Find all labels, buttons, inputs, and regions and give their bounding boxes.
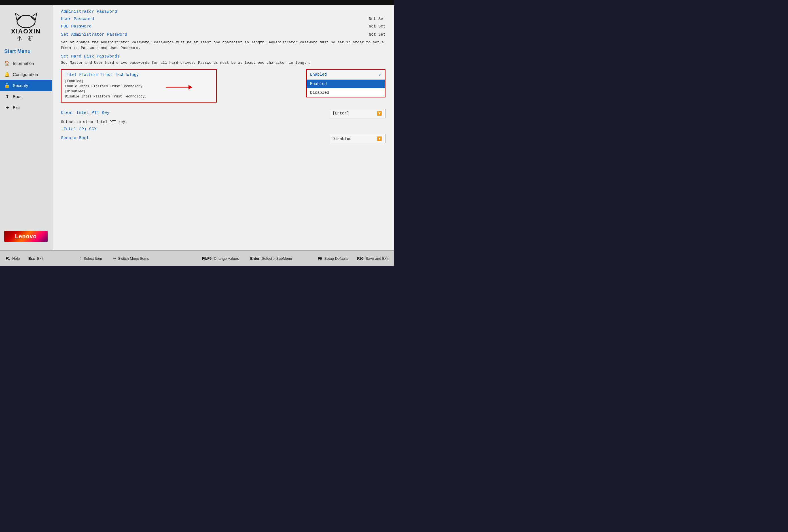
ptt-section: Intel Platform Trust Technology [Enabled… [61,69,386,105]
sidebar-item-boot-label: Boot [13,94,22,99]
leftright-icon: ↔ [113,256,116,261]
lenovo-box: Lenovo [4,231,47,242]
ptt-option-header-label: Enabled [310,72,327,77]
f5f6-key: F5/F6 [202,257,212,261]
dropdown-chevron-icon: ✓ [379,72,381,77]
bottom-f10: F10 Save and Exit [357,257,388,261]
admin-password-link[interactable]: Administrator Password [61,9,117,14]
lenovo-text: Lenovo [15,233,37,239]
select-item-label: Select Item [84,257,102,261]
lock-icon: 🔒 [4,83,10,88]
bottom-select-item: ↕ Select Item [79,256,102,261]
sidebar-item-boot[interactable]: ⬆ Boot [0,91,52,102]
bios-screen: XIAOXIN 小 新 Start Menu 🏠 Information 🔔 C… [0,0,394,266]
ptt-option-disabled[interactable]: Disabled [307,88,385,97]
bottom-bar: F1 Help Esc Exit ↕ Select Item ↔ Switch … [0,250,394,266]
hdd-password-value: Not Set [369,24,386,30]
bottom-f9: F9 Setup Defaults [318,257,348,261]
switch-menu-label: Switch Menu Items [118,257,149,261]
cat-logo-icon [15,11,37,28]
admin-password-row: Administrator Password [61,9,386,15]
f10-key: F10 [357,257,363,261]
bottom-f1: F1 Help [6,257,20,261]
f9-key: F9 [318,257,322,261]
hdd-password-link[interactable]: HDD Password [61,24,92,29]
clear-ptt-link[interactable]: Clear Intel PTT Key [61,110,110,115]
user-password-row: User Password Not Set [61,17,386,23]
hdd-password-row: HDD Password Not Set [61,24,386,30]
f1-label: Help [12,257,20,261]
enter-chevron-icon: 🔽 [377,111,382,116]
set-admin-header-row: Set Administrator Password Not Set [61,32,386,38]
user-password-link[interactable]: User Password [61,17,94,22]
ptt-option-enabled[interactable]: Enabled [307,80,385,88]
bottom-enter: Enter Select > SubMenu [250,257,292,261]
sidebar-item-information[interactable]: 🏠 Information [0,58,52,69]
esc-label: Exit [37,257,43,261]
bell-icon: 🔔 [4,72,10,77]
user-password-value: Not Set [369,17,386,23]
exit-icon: ➜ [4,105,10,110]
main-area: XIAOXIN 小 新 Start Menu 🏠 Information 🔔 C… [0,5,394,250]
secure-boot-chevron-icon: 🔽 [377,136,382,141]
home-icon: 🏠 [4,61,10,66]
sidebar-item-security-label: Security [13,83,28,88]
lenovo-logo: Lenovo [0,227,52,246]
f9-label: Setup Defaults [324,257,348,261]
secure-boot-dropdown[interactable]: Disabled 🔽 [329,134,386,143]
brand-name: XIAOXIN [11,28,41,35]
sidebar-item-exit[interactable]: ➜ Exit [0,102,52,113]
clear-ptt-desc: Select to clear Intel PTT key. [61,119,386,125]
enter-label: Select > SubMenu [262,257,292,261]
ptt-title: Intel Platform Trust Technology [65,73,213,77]
svg-point-2 [17,15,35,28]
sgx-section: +Intel (R) SGX [61,127,386,132]
sidebar: XIAOXIN 小 新 Start Menu 🏠 Information 🔔 C… [0,5,53,250]
sgx-link[interactable]: +Intel (R) SGX [61,127,386,132]
bottom-right: F5/F6 Change Values Enter Select > SubMe… [185,257,309,261]
esc-key: Esc [28,257,35,261]
f5f6-label: Change Values [214,257,239,261]
set-admin-password-link[interactable]: Set Administrator Password [61,32,127,37]
ptt-dropdown-container[interactable]: Enabled ✓ Enabled Disabled [306,69,386,98]
sidebar-item-configuration[interactable]: 🔔 Configuration [0,69,52,80]
enter-key: Enter [250,257,259,261]
content-area: Administrator Password User Password Not… [53,5,394,250]
f1-key: F1 [6,257,10,261]
secure-boot-section: Secure Boot Disabled 🔽 [61,134,386,143]
set-admin-password-value: Not Set [369,32,386,38]
set-admin-desc: Set or change the Administrator Password… [61,40,386,51]
sidebar-item-information-label: Information [13,61,34,66]
ptt-desc: [Enabled] Enable Intel Platform Trust Te… [65,79,213,99]
top-bar [0,0,394,5]
ptt-option-disabled-label: Disabled [310,90,329,95]
sidebar-item-configuration-label: Configuration [13,72,38,77]
set-admin-password-section: Set Administrator Password Not Set Set o… [61,32,386,51]
bottom-f5f6: F5/F6 Change Values [202,257,239,261]
boot-icon: ⬆ [4,94,10,99]
clear-ptt-section: Clear Intel PTT Key [Enter] 🔽 Select to … [61,109,386,125]
bottom-esc: Esc Exit [28,257,43,261]
set-hdd-link[interactable]: Set Hard Disk Passwords [61,54,386,59]
sidebar-item-security[interactable]: 🔒 Security [0,80,52,91]
sidebar-item-exit-label: Exit [13,105,20,110]
set-hdd-desc: Set Master and User hard drive passwords… [61,60,386,66]
ptt-dropdown-header[interactable]: Enabled ✓ [307,70,385,80]
updown-icon: ↕ [79,256,81,261]
ptt-box[interactable]: Intel Platform Trust Technology [Enabled… [61,69,217,103]
logo-area: XIAOXIN 小 新 [0,8,52,46]
f10-label: Save and Exit [366,257,388,261]
clear-ptt-row: Clear Intel PTT Key [Enter] 🔽 [61,109,386,118]
enter-value: [Enter] [333,111,349,116]
enter-dropdown[interactable]: [Enter] 🔽 [329,109,386,118]
bottom-center: ↕ Select Item ↔ Switch Menu Items [52,256,176,261]
secure-boot-link[interactable]: Secure Boot [61,136,89,141]
brand-chinese: 小 新 [17,35,35,42]
secure-boot-value: Disabled [333,137,352,141]
bottom-switch-menu: ↔ Switch Menu Items [113,256,149,261]
ptt-option-enabled-label: Enabled [310,82,327,86]
bottom-far-right: F9 Setup Defaults F10 Save and Exit [318,257,388,261]
start-menu-label: Start Menu [0,46,52,58]
set-hdd-section: Set Hard Disk Passwords Set Master and U… [61,54,386,66]
